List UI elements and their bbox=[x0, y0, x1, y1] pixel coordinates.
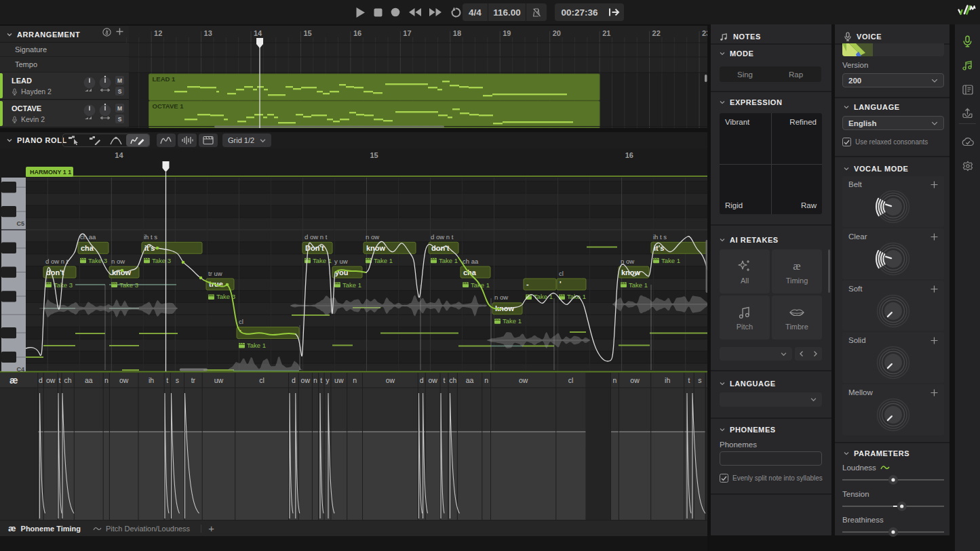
tempo-row[interactable]: Tempo bbox=[0, 57, 129, 73]
fastforward-icon[interactable] bbox=[429, 7, 442, 17]
solo-button[interactable]: S bbox=[115, 115, 124, 123]
phoneme-cell-label[interactable]: n bbox=[484, 376, 488, 384]
select-notes-tool[interactable] bbox=[63, 134, 84, 146]
tab-phoneme-timing[interactable]: æ Phoneme Timing bbox=[8, 523, 81, 533]
pitch-curve-button[interactable] bbox=[157, 134, 176, 147]
phoneme-cell-label[interactable]: n bbox=[104, 376, 109, 384]
phoneme-cell-label[interactable]: tr bbox=[191, 376, 196, 384]
retake-select[interactable] bbox=[720, 347, 792, 361]
singer-row[interactable]: Hayden 2 bbox=[12, 87, 52, 96]
phoneme-cell-label[interactable]: ow bbox=[46, 376, 56, 384]
clip-octave-1[interactable] bbox=[149, 101, 600, 128]
phoneme-cell-label[interactable]: t bbox=[444, 376, 446, 384]
section-chevron-icon[interactable] bbox=[844, 104, 849, 110]
rewind-icon[interactable] bbox=[408, 7, 421, 17]
phoneme-cell-label[interactable]: t bbox=[320, 376, 322, 384]
time-signature-display[interactable]: 4/4 bbox=[463, 3, 488, 21]
pan-knob[interactable] bbox=[98, 75, 112, 93]
evenly-split-checkbox[interactable] bbox=[720, 474, 728, 483]
phoneme-cell-label[interactable]: ch bbox=[64, 376, 72, 384]
volume-knob[interactable] bbox=[83, 75, 96, 93]
version-select[interactable]: 200 bbox=[842, 73, 944, 87]
collapse-chevron-icon[interactable] bbox=[7, 138, 12, 143]
retake-timbre-button[interactable]: Timbre bbox=[772, 295, 822, 340]
record-icon[interactable] bbox=[391, 7, 400, 17]
loop-icon[interactable] bbox=[450, 7, 462, 18]
grid-select[interactable]: Grid 1/2 bbox=[222, 134, 271, 147]
phoneme-cell-label[interactable]: aa bbox=[85, 376, 93, 384]
pitch-pencil-tool[interactable] bbox=[126, 134, 149, 146]
expression-pad[interactable]: Vibrant Refined Rigid Raw bbox=[720, 113, 822, 214]
add-panel-button[interactable]: + bbox=[208, 523, 214, 534]
phoneme-cell-label[interactable]: ow bbox=[519, 376, 528, 384]
retake-timing-button[interactable]: æTiming bbox=[772, 249, 822, 293]
phoneme-cell-label[interactable]: t bbox=[59, 376, 61, 384]
voice-language-select[interactable]: English bbox=[842, 116, 944, 130]
piano-roll-hscrollbar[interactable] bbox=[180, 369, 208, 371]
metronome-button[interactable] bbox=[526, 3, 547, 21]
tempo-display[interactable]: 116.00 bbox=[488, 3, 526, 21]
mode-rap-button[interactable]: Rap bbox=[770, 66, 821, 82]
arrangement-vscrollbar[interactable] bbox=[705, 75, 707, 82]
tab-pitch-deviation[interactable]: Pitch Deviation/Loudness bbox=[93, 525, 190, 533]
play-icon[interactable] bbox=[355, 7, 366, 18]
phoneme-cell-label[interactable]: ow bbox=[119, 376, 129, 384]
section-chevron-icon[interactable] bbox=[844, 451, 849, 456]
singer-row[interactable]: Kevin 2 bbox=[12, 115, 45, 123]
vocal-mode-knob[interactable] bbox=[842, 228, 944, 279]
solo-button[interactable]: S bbox=[115, 87, 124, 96]
phoneme-cell-label[interactable]: t bbox=[166, 376, 168, 384]
phoneme-cell-label[interactable]: ih bbox=[149, 376, 154, 384]
volume-knob[interactable] bbox=[83, 103, 96, 121]
vocal-mode-knob[interactable] bbox=[842, 281, 944, 331]
phoneme-cell-label[interactable]: s bbox=[698, 376, 701, 384]
rail-microphone-button[interactable] bbox=[955, 33, 980, 50]
phoneme-cell-label[interactable]: d bbox=[420, 376, 424, 384]
phoneme-cell-label[interactable]: s bbox=[176, 376, 179, 384]
pan-knob[interactable] bbox=[98, 103, 112, 121]
retake-pitch-button[interactable]: Pitch bbox=[720, 295, 770, 340]
section-chevron-icon[interactable] bbox=[720, 237, 725, 243]
track-header-octave[interactable]: OCTAVE Kevin 2 M S bbox=[0, 100, 129, 127]
phoneme-cell-label[interactable]: d bbox=[39, 376, 43, 384]
piano-roll-vscrollbar[interactable] bbox=[706, 240, 708, 293]
phoneme-cell-label[interactable]: uw bbox=[334, 376, 344, 384]
relaxed-consonants-checkbox[interactable] bbox=[842, 138, 851, 146]
draw-notes-tool[interactable] bbox=[84, 134, 105, 146]
vibrato-tool[interactable] bbox=[105, 134, 126, 146]
retake-prev-button[interactable] bbox=[795, 347, 808, 361]
goto-end-button[interactable] bbox=[604, 3, 624, 21]
section-chevron-icon[interactable] bbox=[720, 381, 725, 386]
rail-cloud-check-button[interactable] bbox=[955, 133, 980, 150]
voice-card[interactable] bbox=[842, 43, 944, 56]
phoneme-cell-label[interactable]: ow bbox=[386, 376, 395, 384]
phoneme-cell-label[interactable]: ih bbox=[665, 376, 670, 384]
parameter-slider[interactable] bbox=[842, 524, 944, 540]
retake-next-button[interactable] bbox=[808, 347, 822, 361]
phoneme-cell-label[interactable]: aa bbox=[466, 376, 474, 384]
phoneme-cell-label[interactable]: n bbox=[613, 376, 617, 384]
phoneme-cell-label[interactable]: t bbox=[688, 376, 690, 384]
phoneme-cell-label[interactable]: ow bbox=[301, 376, 311, 384]
loudness-wave-button[interactable] bbox=[178, 134, 197, 147]
rail-export-button[interactable] bbox=[955, 104, 980, 122]
phoneme-cell-label[interactable]: uw bbox=[214, 376, 224, 384]
section-chevron-icon[interactable] bbox=[720, 427, 725, 432]
mute-button[interactable]: M bbox=[115, 104, 124, 113]
phoneme-cell-label[interactable]: cl bbox=[568, 376, 574, 384]
phoneme-cell-label[interactable]: d bbox=[292, 376, 296, 384]
mode-sing-button[interactable]: Sing bbox=[720, 66, 770, 82]
note-block[interactable] bbox=[237, 327, 299, 339]
mute-button[interactable]: M bbox=[115, 76, 124, 85]
notes-panel-scrollbar[interactable] bbox=[828, 249, 830, 293]
phonemes-input[interactable] bbox=[720, 451, 822, 466]
phoneme-cell-label[interactable]: y bbox=[326, 376, 330, 384]
notes-language-select[interactable] bbox=[720, 392, 822, 407]
stop-icon[interactable] bbox=[374, 8, 383, 17]
piano-keyboard[interactable]: C5C4 bbox=[1, 178, 26, 373]
section-chevron-icon[interactable] bbox=[844, 166, 849, 171]
phoneme-cell-label[interactable]: n bbox=[353, 376, 357, 384]
phoneme-cell-label[interactable]: ch bbox=[449, 376, 456, 384]
signature-row[interactable]: Signature bbox=[0, 43, 129, 57]
phoneme-cell-label[interactable]: n bbox=[313, 376, 317, 384]
